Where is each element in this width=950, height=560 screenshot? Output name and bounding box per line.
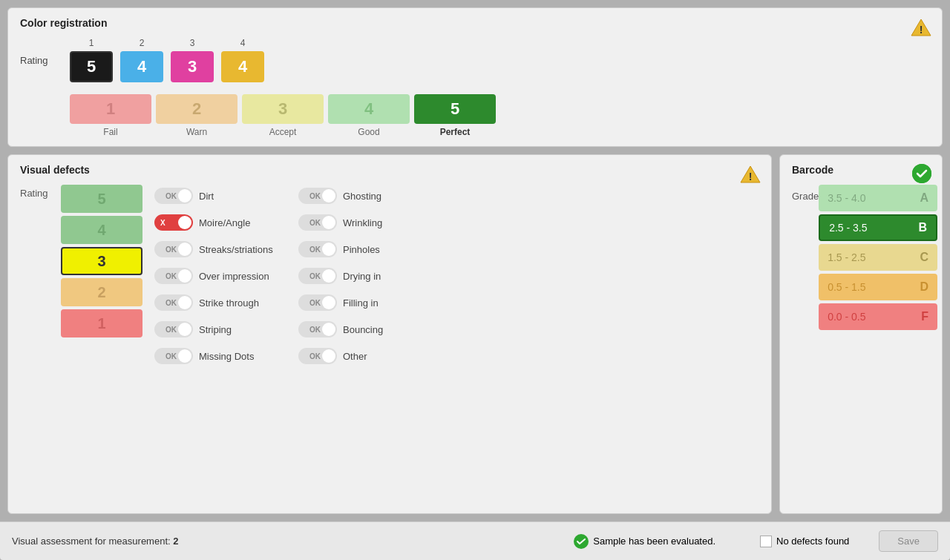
defect-pinholes: OK Pinholes <box>298 238 425 260</box>
bc-grade-letter-a: A <box>920 191 929 205</box>
defect-wrinkling: OK Wrinkling <box>298 211 425 234</box>
vd-rating-label: Rating <box>20 188 53 199</box>
save-button[interactable]: Save <box>879 530 938 552</box>
defect-striping-label: Striping <box>199 324 281 335</box>
channel-4-box[interactable]: 4 <box>221 51 264 82</box>
bc-grade-row-a: 3.5 - 4.0 A <box>819 185 937 211</box>
bc-grade-range-f: 0.0 - 0.5 <box>828 311 865 323</box>
channel-2-num: 2 <box>140 38 145 48</box>
grade-fail-bar[interactable]: 1 <box>70 94 151 124</box>
channel-3-box[interactable]: 3 <box>171 51 214 82</box>
toggle-ghosting[interactable]: OK <box>298 188 337 204</box>
defect-moire-label: Moire/Angle <box>199 217 281 228</box>
channel-2-box[interactable]: 4 <box>120 51 163 82</box>
toggle-striping[interactable]: OK <box>154 321 193 337</box>
defect-striping: OK Striping <box>154 318 281 340</box>
toggle-moire[interactable]: X <box>154 214 193 231</box>
barcode-title: Barcode <box>792 164 930 176</box>
defect-wrinkling-label: Wrinkling <box>343 217 425 228</box>
bc-grade-range-b: 2.5 - 3.5 <box>829 222 867 234</box>
defect-missing-dots: OK Missing Dots <box>154 345 281 367</box>
color-registration-panel: Color registration ! Rating 1 5 2 4 3 <box>7 7 943 147</box>
bc-grade-bar-b[interactable]: 2.5 - 3.5 B <box>819 214 937 241</box>
toggle-drying-in[interactable]: OK <box>298 268 337 284</box>
defect-other: OK Other <box>298 345 425 367</box>
bc-grade-bar-d[interactable]: 0.5 - 1.5 D <box>819 274 937 300</box>
grade-accept-label: Accept <box>269 127 297 137</box>
defect-streaks-label: Streaks/striations <box>199 244 281 255</box>
rating-bar-1[interactable]: 1 <box>61 309 142 337</box>
rating-label: Rating <box>20 55 61 66</box>
toggle-strike-through[interactable]: OK <box>154 294 193 311</box>
defect-drying-in-label: Drying in <box>343 271 425 282</box>
channel-4-wrap: 4 4 <box>221 38 264 82</box>
channel-1-box[interactable]: 5 <box>70 51 113 82</box>
defect-dirt-label: Dirt <box>199 191 281 202</box>
defect-strike-through: OK Strike through <box>154 291 281 314</box>
toggle-over-impression[interactable]: OK <box>154 268 193 284</box>
bottom-row: Visual defects ! Rating 5 4 <box>7 154 943 514</box>
channel-2-wrap: 2 4 <box>120 38 163 82</box>
vd-content: Rating 5 4 3 2 1 <box>20 185 759 367</box>
defect-streaks: OK Streaks/striations <box>154 238 281 260</box>
bc-section: Grade 3.5 - 4.0 A 2.5 - 3.5 B 1.5 <box>792 185 930 330</box>
channel-boxes: 1 5 2 4 3 3 4 4 <box>70 38 264 82</box>
grade-warn-bar[interactable]: 2 <box>156 94 238 124</box>
vd-rating-section: Rating 5 4 3 2 1 <box>20 185 142 367</box>
rating-bar-3[interactable]: 3 <box>61 247 142 275</box>
bc-grade-row-b: 2.5 - 3.5 B <box>819 214 937 241</box>
defect-ghosting: OK Ghosting <box>298 185 425 207</box>
grade-good-wrap: 4 Good <box>328 94 410 137</box>
barcode-success-icon <box>912 164 931 183</box>
no-defects-checkbox[interactable] <box>760 536 772 547</box>
grade-perfect-label: Perfect <box>440 127 471 137</box>
grade-good-label: Good <box>358 127 379 137</box>
bc-grade-letter-f: F <box>921 310 928 323</box>
rating-bar-5[interactable]: 5 <box>61 185 142 213</box>
visual-defects-panel: Visual defects ! Rating 5 4 <box>7 154 772 514</box>
toggle-filling-in[interactable]: OK <box>298 294 337 311</box>
channel-1-num: 1 <box>89 38 94 48</box>
bc-grade-letter-b: B <box>919 221 928 234</box>
rating-bar-4[interactable]: 4 <box>61 216 142 244</box>
defect-filling-in-label: Filling in <box>343 297 425 309</box>
toggle-other[interactable]: OK <box>298 348 337 364</box>
bc-grade-range-c: 1.5 - 2.5 <box>828 251 865 263</box>
svg-text:!: ! <box>749 171 753 182</box>
bc-grade-range-d: 0.5 - 1.5 <box>828 281 865 293</box>
defect-missing-dots-label: Missing Dots <box>199 351 281 362</box>
no-defects-label: No defects found <box>776 536 849 547</box>
bc-grade-letter-c: C <box>920 251 929 264</box>
defect-moire: X Moire/Angle <box>154 211 281 234</box>
grade-accept-bar[interactable]: 3 <box>242 94 324 124</box>
grade-perfect-bar[interactable]: 5 <box>414 94 496 124</box>
evaluated-text: Sample has been evaluated. <box>593 536 715 547</box>
bc-grade-bar-f[interactable]: 0.0 - 0.5 F <box>819 303 937 330</box>
toggle-bouncing[interactable]: OK <box>298 321 337 337</box>
channel-3-wrap: 3 3 <box>171 38 214 82</box>
grade-good-bar[interactable]: 4 <box>328 94 410 124</box>
bc-grade-row-c: 1.5 - 2.5 C <box>819 244 937 271</box>
grade-warn-wrap: 2 Warn <box>156 94 238 137</box>
grade-bar-row: 1 Fail 2 Warn 3 Accept 4 Good <box>70 94 930 137</box>
defect-pinholes-label: Pinholes <box>343 244 425 255</box>
defect-col-right: OK Ghosting OK Wrinkling <box>298 185 425 367</box>
color-registration-title: Color registration <box>20 17 930 29</box>
grade-fail-label: Fail <box>103 127 117 137</box>
rating-bar-2[interactable]: 2 <box>61 278 142 306</box>
toggle-streaks[interactable]: OK <box>154 241 193 257</box>
toggle-dirt[interactable]: OK <box>154 188 193 204</box>
defect-dirt: OK Dirt <box>154 185 281 207</box>
channel-4-num: 4 <box>240 38 246 48</box>
toggle-pinholes[interactable]: OK <box>298 241 337 257</box>
bc-grade-bar-c[interactable]: 1.5 - 2.5 C <box>819 244 937 271</box>
defect-over-impression: OK Over impression <box>154 265 281 287</box>
toggle-missing-dots[interactable]: OK <box>154 348 193 364</box>
bc-grade-list: 3.5 - 4.0 A 2.5 - 3.5 B 1.5 - 2.5 C <box>819 185 937 330</box>
bc-grade-bar-a[interactable]: 3.5 - 4.0 A <box>819 185 937 211</box>
grade-accept-wrap: 3 Accept <box>242 94 324 137</box>
defect-over-impression-label: Over impression <box>199 271 281 282</box>
vd-warning-icon: ! <box>740 164 761 187</box>
grade-perfect-wrap: 5 Perfect <box>414 94 496 137</box>
toggle-wrinkling[interactable]: OK <box>298 214 337 231</box>
